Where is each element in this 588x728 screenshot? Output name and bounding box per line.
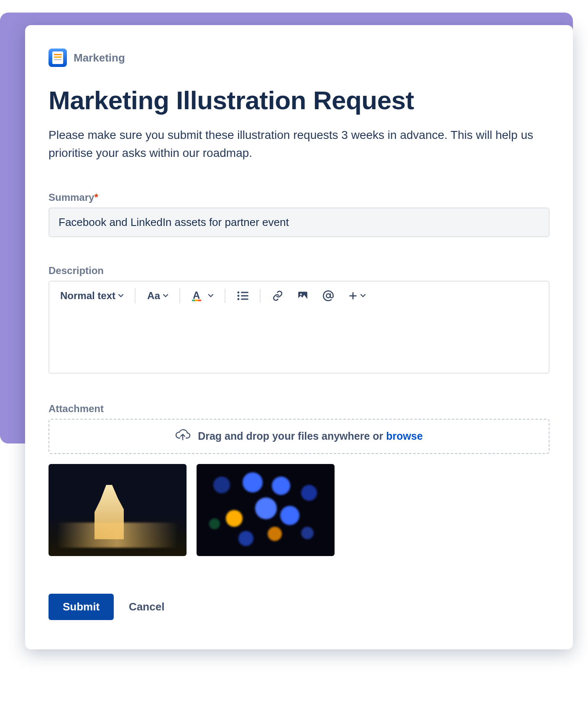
- cancel-button[interactable]: Cancel: [129, 600, 164, 613]
- required-marker: *: [94, 192, 98, 203]
- project-icon: [49, 49, 67, 67]
- svg-point-7: [300, 293, 302, 295]
- page-description: Please make sure you submit these illust…: [49, 126, 550, 162]
- description-textarea[interactable]: [49, 310, 549, 373]
- link-button[interactable]: [271, 288, 284, 304]
- summary-input[interactable]: [49, 208, 550, 237]
- text-format-dropdown[interactable]: Aa: [146, 287, 169, 304]
- color-swatch-icon: [192, 300, 201, 301]
- insert-more-dropdown[interactable]: [348, 289, 367, 303]
- svg-point-4: [237, 298, 239, 300]
- editor-toolbar: Normal text Aa A: [49, 282, 549, 310]
- attachment-dropzone[interactable]: Drag and drop your files anywhere or bro…: [49, 419, 550, 454]
- chevron-down-icon: [360, 293, 366, 299]
- attachment-thumbnails: [49, 464, 550, 556]
- text-color-label: A: [193, 290, 200, 300]
- description-label: Description: [49, 265, 550, 277]
- chevron-down-icon: [163, 293, 169, 299]
- page-title: Marketing Illustration Request: [49, 85, 550, 115]
- text-style-dropdown[interactable]: Normal text: [59, 287, 125, 304]
- svg-rect-1: [241, 292, 248, 293]
- request-form-card: Marketing Marketing Illustration Request…: [25, 25, 573, 649]
- image-button[interactable]: [297, 288, 309, 304]
- attachment-thumbnail[interactable]: [49, 464, 187, 556]
- svg-point-2: [237, 295, 239, 297]
- browse-link[interactable]: browse: [386, 430, 423, 442]
- submit-button[interactable]: Submit: [49, 594, 114, 620]
- text-style-label: Normal text: [60, 290, 115, 302]
- form-actions: Submit Cancel: [49, 594, 550, 620]
- svg-point-0: [237, 291, 239, 293]
- mention-button[interactable]: [322, 287, 335, 304]
- breadcrumb: Marketing: [49, 49, 550, 67]
- dropzone-text: Drag and drop your files anywhere or: [198, 430, 386, 442]
- cloud-upload-icon: [175, 429, 190, 444]
- chevron-down-icon: [118, 293, 124, 299]
- attachment-label: Attachment: [49, 403, 550, 415]
- svg-rect-5: [241, 298, 248, 300]
- svg-point-8: [326, 294, 330, 297]
- breadcrumb-label[interactable]: Marketing: [74, 51, 125, 64]
- description-editor: Normal text Aa A: [49, 281, 550, 374]
- bullet-list-button[interactable]: [236, 288, 250, 303]
- text-color-dropdown[interactable]: A: [191, 288, 215, 304]
- chevron-down-icon: [208, 293, 214, 299]
- svg-rect-3: [241, 295, 248, 296]
- summary-label: Summary*: [49, 192, 550, 203]
- text-format-label: Aa: [147, 290, 160, 302]
- summary-label-text: Summary: [49, 192, 94, 203]
- attachment-thumbnail[interactable]: [197, 464, 335, 556]
